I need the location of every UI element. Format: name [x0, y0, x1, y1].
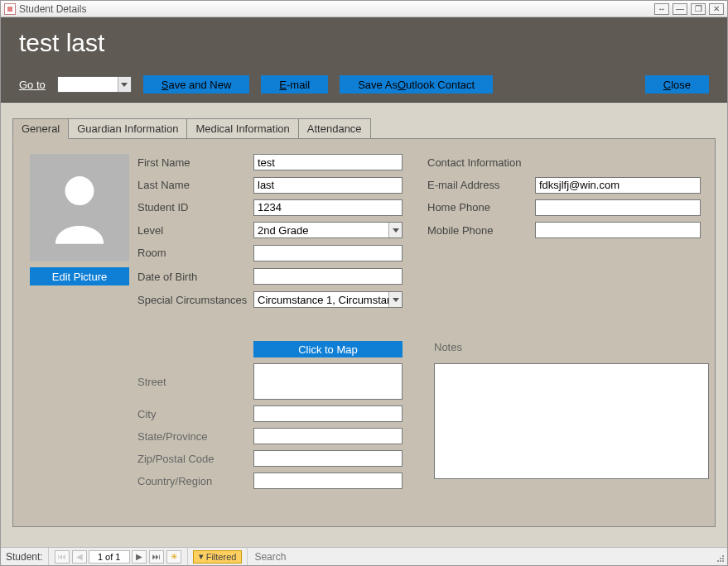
tab-panel-general: First Name Contact Information Last Name…	[12, 138, 716, 527]
level-value: 2nd Grade	[254, 224, 388, 237]
label-student-id: Student ID	[137, 201, 253, 213]
label-city: City	[137, 408, 253, 420]
search-input[interactable]	[253, 550, 380, 564]
label-level: Level	[137, 224, 253, 237]
toolbar: Go to Save and New E-mail Save As Outloo…	[1, 69, 727, 103]
filtered-toggle[interactable]: ▾ Filtered	[193, 550, 243, 564]
city-field[interactable]	[253, 405, 403, 422]
tab-general[interactable]: General	[12, 118, 69, 139]
tab-attendance[interactable]: Attendance	[299, 118, 371, 139]
svg-point-0	[65, 176, 94, 205]
prev-record-button[interactable]: ◀	[72, 550, 87, 564]
tabstrip: General Guardian Information Medical Inf…	[12, 118, 716, 138]
email-button[interactable]: E-mail	[261, 75, 328, 94]
svg-rect-3	[722, 558, 724, 559]
svg-rect-2	[720, 558, 721, 559]
close-button[interactable]: Close	[645, 75, 709, 94]
country-field[interactable]	[253, 472, 403, 489]
label-room: Room	[137, 247, 253, 259]
special-value: Circumstance 1, Circumstan	[254, 294, 388, 306]
close-window-button[interactable]: ✕	[709, 3, 724, 15]
label-email: E-mail Address	[427, 179, 535, 191]
street-field[interactable]	[253, 363, 403, 400]
label-dob: Date of Birth	[137, 271, 253, 283]
label-last-name: Last Name	[137, 179, 253, 191]
student-photo-placeholder	[30, 154, 129, 261]
svg-rect-6	[722, 560, 724, 562]
zip-field[interactable]	[253, 450, 403, 467]
minimize-button[interactable]: —	[673, 3, 687, 15]
filtered-label: Filtered	[206, 552, 237, 562]
page-title: test last	[1, 17, 727, 69]
label-country: Country/Region	[137, 475, 253, 487]
label-street: Street	[137, 376, 253, 388]
first-name-field[interactable]	[253, 154, 403, 170]
level-select[interactable]: 2nd Grade	[253, 222, 403, 238]
label-mobile-phone: Mobile Phone	[427, 224, 535, 237]
edit-picture-button[interactable]: Edit Picture	[30, 267, 129, 285]
state-field[interactable]	[253, 428, 403, 444]
resize-grip-icon	[712, 548, 727, 565]
last-record-button[interactable]: ⏭	[149, 550, 164, 564]
first-record-button[interactable]: ⏮	[55, 550, 70, 564]
window-title: Student Details	[19, 3, 86, 15]
email-field[interactable]	[535, 177, 701, 194]
record-label: Student:	[1, 548, 49, 565]
workspace: General Guardian Information Medical Inf…	[1, 103, 727, 547]
next-record-button[interactable]: ▶	[132, 550, 147, 564]
svg-rect-4	[717, 560, 719, 562]
label-special: Special Circumstances	[137, 294, 253, 306]
save-as-outlook-button[interactable]: Save As Outlook Contact	[340, 75, 493, 94]
chevron-down-icon	[388, 223, 402, 237]
form-icon	[4, 3, 16, 15]
chevron-down-icon	[388, 292, 402, 307]
title-bar: Student Details ↔ — ❐ ✕	[1, 1, 727, 17]
label-notes: Notes	[427, 341, 709, 353]
click-to-map-button[interactable]: Click to Map	[253, 341, 403, 357]
special-select[interactable]: Circumstance 1, Circumstan	[253, 291, 403, 308]
label-first-name: First Name	[137, 156, 253, 169]
restore-button[interactable]: ❐	[691, 3, 706, 15]
student-id-field[interactable]	[253, 199, 403, 216]
home-phone-field[interactable]	[535, 199, 701, 216]
label-state: State/Province	[137, 430, 253, 443]
label-zip: Zip/Postal Code	[137, 453, 253, 465]
tab-medical[interactable]: Medical Information	[187, 118, 298, 139]
label-home-phone: Home Phone	[427, 201, 535, 213]
record-position[interactable]	[89, 550, 130, 564]
funnel-icon: ▾	[199, 551, 204, 562]
goto-select[interactable]	[57, 76, 132, 93]
arrows-icon[interactable]: ↔	[654, 3, 669, 15]
svg-rect-1	[722, 555, 724, 557]
new-record-button[interactable]: ✳	[166, 550, 181, 564]
person-icon	[51, 170, 108, 245]
tab-guardian[interactable]: Guardian Information	[69, 118, 187, 139]
room-field[interactable]	[253, 245, 403, 261]
notes-field[interactable]	[434, 363, 709, 479]
svg-rect-5	[720, 560, 721, 562]
save-and-new-button[interactable]: Save and New	[143, 75, 250, 94]
label-contact-info: Contact Information	[427, 156, 535, 169]
goto-label: Go to	[19, 79, 46, 91]
mobile-phone-field[interactable]	[535, 222, 701, 238]
chevron-down-icon	[118, 77, 131, 92]
last-name-field[interactable]	[253, 177, 403, 194]
status-bar: Student: ⏮ ◀ ▶ ⏭ ✳ ▾ Filtered	[1, 547, 727, 565]
dob-field[interactable]	[253, 268, 403, 285]
